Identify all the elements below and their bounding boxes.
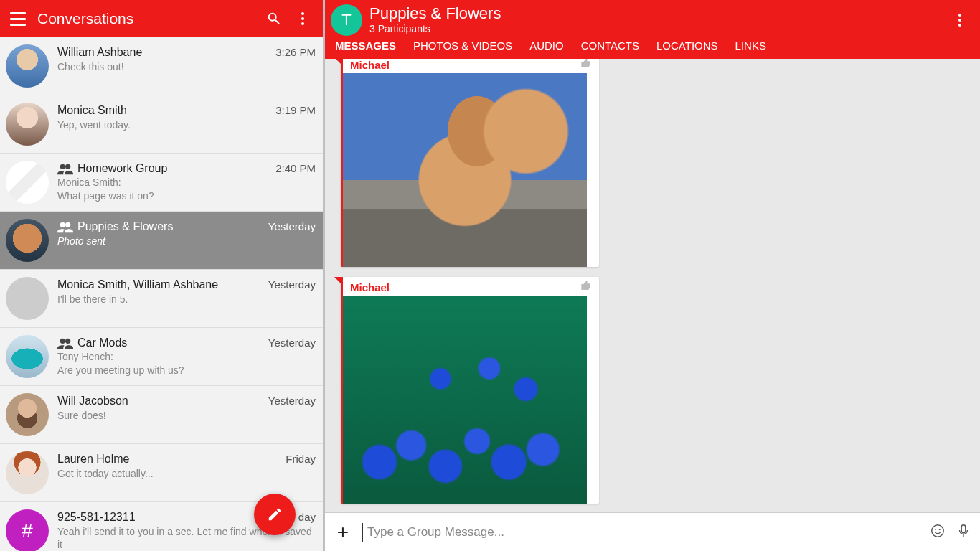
chat-header: T Puppies & Flowers 3 Participants MESSA… [325, 0, 980, 59]
chat-tabs: MESSAGESPHOTOS & VIDEOSAUDIOCONTACTSLOCA… [325, 39, 980, 59]
conversation-body: Will JacobsonYesterdaySure does! [57, 393, 316, 436]
message-card: Michael [341, 277, 599, 504]
tab-photos-videos[interactable]: PHOTOS & VIDEOS [413, 39, 512, 55]
conversation-item[interactable]: Puppies & FlowersYesterdayPhoto sent [0, 212, 323, 270]
conversation-sender: Tony Hench: [57, 351, 316, 362]
conversation-body: Lauren HolmeFridayGot it today actually.… [57, 451, 316, 494]
conversation-snippet: Yep, went today. [57, 118, 316, 131]
attach-icon[interactable]: + [334, 521, 352, 544]
app-root: Conversations William Ashbane3:26 PMChec… [0, 0, 980, 551]
conversation-body: Monica Smith3:19 PMYep, went today. [57, 103, 316, 146]
emoji-icon[interactable] [930, 523, 946, 542]
avatar [6, 161, 49, 204]
message: Michael [341, 277, 599, 504]
conversation-body: Car ModsYesterdayTony Hench:Are you meet… [57, 335, 316, 378]
message-card: Michael [341, 59, 599, 267]
message-thread[interactable]: MichaelMichael [325, 59, 980, 512]
conversation-snippet: Are you meeting up with us? [57, 364, 316, 377]
conversation-snippet: I'll be there in 5. [57, 293, 316, 306]
conversation-body: William Ashbane3:26 PMCheck this out! [57, 44, 316, 88]
like-icon[interactable] [580, 59, 592, 72]
chat-overflow-menu-icon[interactable] [946, 6, 974, 34]
conversation-item[interactable]: William Ashbane3:26 PMCheck this out! [0, 37, 323, 95]
menu-icon[interactable] [6, 6, 30, 31]
avatar [6, 277, 49, 320]
avatar [6, 219, 49, 262]
conversation-snippet: Sure does! [57, 409, 316, 422]
conversation-time: Yesterday [268, 220, 316, 232]
svg-rect-3 [961, 524, 966, 532]
conversation-item[interactable]: Monica Smith, William AshbaneYesterdayI'… [0, 270, 323, 328]
conversation-time: day [298, 511, 316, 523]
svg-point-0 [932, 524, 944, 537]
conversation-item[interactable]: Monica Smith3:19 PMYep, went today. [0, 95, 323, 154]
chat-subtitle: 3 Participants [369, 23, 946, 34]
conversation-name: Puppies & Flowers [77, 220, 173, 232]
conversation-body: Puppies & FlowersYesterdayPhoto sent [57, 219, 316, 262]
conversation-time: 3:19 PM [275, 104, 316, 116]
conversation-item[interactable]: Will JacobsonYesterdaySure does! [0, 386, 323, 444]
message-input[interactable] [362, 523, 920, 542]
conversation-name: Monica Smith, William Ashbane [57, 278, 218, 291]
chat-panel: T Puppies & Flowers 3 Participants MESSA… [325, 0, 980, 551]
tab-messages[interactable]: MESSAGES [335, 39, 396, 55]
message-sender: Michael [350, 59, 390, 71]
chat-avatar[interactable]: T [331, 4, 362, 36]
like-icon[interactable] [580, 280, 592, 294]
mic-icon[interactable] [956, 523, 971, 542]
conversation-body: Monica Smith, William AshbaneYesterdayI'… [57, 277, 316, 320]
conversations-panel: Conversations William Ashbane3:26 PMChec… [0, 0, 325, 551]
chat-title-block: Puppies & Flowers 3 Participants [369, 5, 946, 34]
conversations-title: Conversations [37, 10, 260, 27]
message: Michael [341, 59, 599, 267]
avatar [6, 393, 49, 436]
message-image[interactable] [343, 296, 587, 504]
conversation-item[interactable]: Car ModsYesterdayTony Hench:Are you meet… [0, 328, 323, 386]
group-icon [57, 164, 73, 175]
conversation-snippet: Photo sent [57, 235, 316, 248]
conversation-name: Car Mods [77, 336, 127, 349]
tab-locations[interactable]: LOCATIONS [656, 39, 718, 55]
conversation-snippet: Check this out! [57, 60, 316, 73]
conversations-header: Conversations [0, 0, 323, 37]
conversation-item[interactable]: Homework Group2:40 PMMonica Smith:What p… [0, 154, 323, 212]
avatar [6, 451, 49, 494]
conversation-time: Yesterday [268, 278, 316, 291]
overflow-menu-icon[interactable] [288, 4, 317, 33]
avatar [6, 103, 49, 146]
tab-audio[interactable]: AUDIO [529, 39, 564, 55]
avatar [6, 335, 49, 378]
svg-point-1 [935, 529, 936, 530]
group-icon [57, 338, 73, 349]
conversation-time: Yesterday [268, 395, 316, 407]
message-sender: Michael [350, 281, 390, 293]
conversation-snippet: What page was it on? [57, 189, 316, 202]
chat-title: Puppies & Flowers [369, 5, 946, 22]
conversation-name: William Ashbane [57, 46, 142, 58]
compose-button[interactable] [254, 494, 296, 535]
conversation-list[interactable]: William Ashbane3:26 PMCheck this out!Mon… [0, 37, 323, 551]
conversation-name: Lauren Holme [57, 453, 130, 465]
conversation-name: Monica Smith [57, 104, 127, 116]
search-icon[interactable] [260, 4, 288, 33]
conversation-name: Will Jacobson [57, 395, 128, 407]
svg-point-2 [939, 529, 941, 530]
avatar: # [6, 509, 49, 551]
message-image[interactable] [343, 73, 587, 267]
group-icon [57, 222, 73, 233]
conversation-time: Friday [286, 453, 316, 465]
conversation-snippet: Got it today actually... [57, 467, 316, 480]
conversation-time: Yesterday [268, 336, 316, 349]
conversation-time: 2:40 PM [275, 162, 316, 174]
conversation-time: 3:26 PM [275, 46, 316, 58]
tab-contacts[interactable]: CONTACTS [581, 39, 639, 55]
tab-links[interactable]: LINKS [735, 39, 766, 55]
composer: + [325, 512, 980, 551]
avatar [6, 44, 49, 88]
conversation-body: Homework Group2:40 PMMonica Smith:What p… [57, 161, 316, 204]
conversation-name: Homework Group [77, 162, 167, 174]
conversation-sender: Monica Smith: [57, 176, 316, 188]
conversation-name: 925-581-12311 [57, 511, 136, 523]
